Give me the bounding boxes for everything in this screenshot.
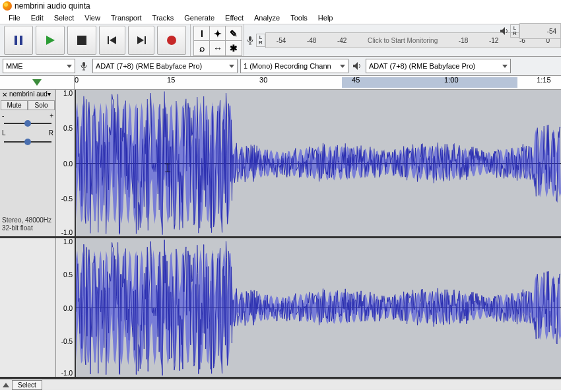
- menu-view[interactable]: View: [80, 13, 105, 22]
- bottom-toolbar: Select: [0, 379, 561, 390]
- zoom-tool[interactable]: ⌕: [193, 40, 211, 56]
- menu-transport[interactable]: Transport: [106, 13, 147, 22]
- track-control-spacer: [0, 238, 56, 377]
- svg-rect-11: [82, 62, 85, 67]
- record-button[interactable]: [157, 26, 186, 55]
- gain-slider[interactable]: [4, 121, 51, 125]
- svg-point-8: [167, 36, 176, 45]
- envelope-tool[interactable]: ✦: [209, 26, 226, 42]
- pan-slider[interactable]: [4, 140, 51, 144]
- play-button[interactable]: [36, 26, 65, 55]
- tool-group: I ✦ ✎ ⌕ ↔ ✱: [191, 24, 244, 56]
- menu-effect[interactable]: Effect: [220, 13, 248, 22]
- stop-button[interactable]: [67, 26, 96, 55]
- menu-edit[interactable]: Edit: [26, 13, 48, 22]
- track-name[interactable]: nembrini aud▾: [9, 90, 54, 100]
- solo-button[interactable]: Solo: [28, 100, 55, 110]
- app-icon: [3, 1, 12, 11]
- svg-rect-9: [249, 36, 251, 41]
- microphone-icon: [78, 60, 90, 72]
- amplitude-scale: 1.0 0.5 0.0 -0.5 -1.0: [56, 238, 75, 377]
- amplitude-scale: 1.0 0.5 0.0 -0.5 -1.0: [56, 90, 75, 236]
- skip-end-button[interactable]: [128, 26, 154, 55]
- main-toolbar: I ✦ ✎ ⌕ ↔ ✱ LR -54 -48 -42 Click to Star…: [0, 24, 561, 57]
- svg-rect-7: [145, 36, 146, 44]
- playback-meter[interactable]: LR -54: [498, 24, 561, 38]
- track-1: ✕ nembrini aud▾ Mute Solo -+ LR Stereo, …: [0, 90, 561, 238]
- pause-button[interactable]: [4, 26, 33, 55]
- track-format-label: Stereo, 48000Hz32-bit float: [2, 216, 51, 232]
- menu-tracks[interactable]: Tracks: [148, 13, 179, 22]
- draw-tool[interactable]: ✎: [225, 26, 242, 42]
- transport-group: [0, 24, 191, 56]
- menu-tools[interactable]: Tools: [286, 13, 312, 22]
- recording-device-combo[interactable]: ADAT (7+8) (RME Babyface Pro): [92, 59, 238, 73]
- window-title: nembrini audio quinta: [15, 1, 90, 11]
- track-control-panel: ✕ nembrini aud▾ Mute Solo -+ LR Stereo, …: [0, 90, 56, 236]
- collapse-icon[interactable]: [3, 383, 9, 387]
- menu-analyze[interactable]: Analyze: [249, 13, 284, 22]
- menu-file[interactable]: File: [4, 13, 25, 22]
- svg-marker-6: [137, 36, 144, 44]
- svg-rect-1: [20, 36, 22, 45]
- menu-generate[interactable]: Generate: [180, 13, 219, 22]
- play-lr-label: LR: [510, 24, 519, 38]
- tracks-area: ✕ nembrini aud▾ Mute Solo -+ LR Stereo, …: [0, 90, 561, 379]
- ruler-ticks: 0 15 30 45 1:00 1:15: [75, 76, 561, 89]
- meters: LR -54 -48 -42 Click to Start Monitoring…: [244, 24, 561, 56]
- scroll-indicator-icon: [32, 79, 42, 86]
- svg-rect-4: [108, 36, 109, 44]
- timeshift-tool[interactable]: ↔: [209, 40, 226, 56]
- recording-channels-combo[interactable]: 1 (Mono) Recording Chann: [240, 59, 348, 73]
- svg-rect-3: [77, 36, 86, 45]
- device-toolbar: MME ADAT (7+8) (RME Babyface Pro) 1 (Mon…: [0, 57, 561, 76]
- mute-button[interactable]: Mute: [1, 100, 28, 110]
- menu-select[interactable]: Select: [50, 13, 79, 22]
- speaker-icon: [351, 60, 363, 72]
- timeline-selection[interactable]: [342, 77, 517, 88]
- svg-rect-0: [15, 36, 17, 45]
- cursor-ibeam-icon: 𝙸: [163, 160, 172, 176]
- audio-host-combo[interactable]: MME: [3, 59, 75, 73]
- menu-help[interactable]: Help: [314, 13, 338, 22]
- svg-marker-2: [46, 36, 55, 45]
- rec-lr-label: LR: [256, 34, 265, 47]
- timeline-ruler[interactable]: 0 15 30 45 1:00 1:15: [0, 76, 561, 90]
- multi-tool[interactable]: ✱: [225, 40, 242, 56]
- selection-tool[interactable]: I: [193, 26, 211, 42]
- track-1-channel-2: 1.0 0.5 0.0 -0.5 -1.0: [0, 238, 561, 379]
- svg-marker-12: [353, 62, 358, 70]
- microphone-icon: [244, 34, 256, 46]
- svg-marker-10: [500, 27, 505, 35]
- select-button[interactable]: Select: [12, 380, 42, 390]
- ruler-gutter: [0, 76, 75, 89]
- title-bar: nembrini audio quinta: [0, 0, 561, 12]
- playback-meter-bar[interactable]: -54: [519, 23, 561, 39]
- svg-marker-5: [110, 36, 116, 44]
- waveform-channel-2[interactable]: [75, 238, 561, 377]
- playback-device-combo[interactable]: ADAT (7+8) (RME Babyface Pro): [366, 59, 511, 73]
- skip-start-button[interactable]: [99, 26, 125, 55]
- speaker-icon: [498, 25, 510, 37]
- waveform-channel-1[interactable]: 𝙸: [75, 90, 561, 236]
- track-close-button[interactable]: ✕: [1, 91, 8, 98]
- menu-bar: File Edit Select View Transport Tracks G…: [0, 12, 561, 24]
